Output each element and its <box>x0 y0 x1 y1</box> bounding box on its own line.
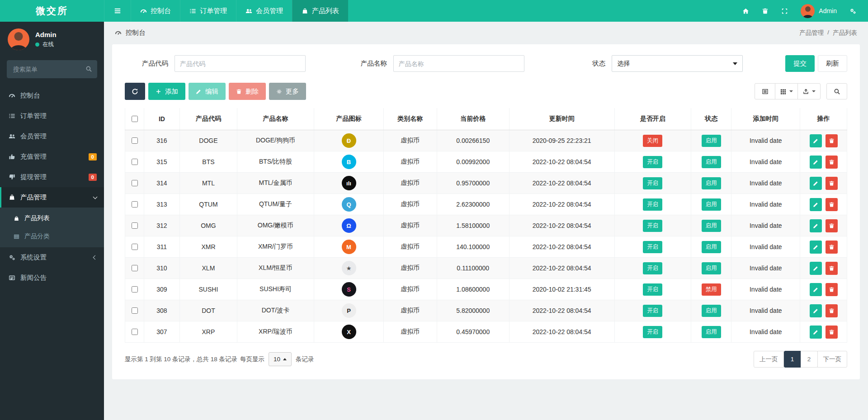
edit-row-button[interactable] <box>810 262 822 275</box>
delete-button[interactable]: 删除 <box>229 83 266 100</box>
edit-row-button[interactable] <box>810 304 822 317</box>
pencil-icon <box>813 159 819 165</box>
sidebar-item-dashboard[interactable]: 控制台 <box>0 85 104 106</box>
menu-search-input[interactable] <box>7 60 97 78</box>
nav-item-members[interactable]: 会员管理 <box>236 0 292 22</box>
row-checkbox[interactable] <box>132 159 138 165</box>
select-all-checkbox[interactable] <box>132 116 138 122</box>
delete-row-button[interactable] <box>826 219 838 232</box>
page-button-1[interactable]: 1 <box>784 351 801 368</box>
more-button[interactable]: 更多 <box>269 83 306 100</box>
sidebar-item-orders[interactable]: 订单管理 <box>0 106 104 126</box>
breadcrumb-parent[interactable]: 产品管理 <box>799 29 824 37</box>
edit-row-button[interactable] <box>810 177 822 190</box>
sidebar-item-members[interactable]: 会员管理 <box>0 126 104 146</box>
row-checkbox[interactable] <box>132 286 138 293</box>
status-badge[interactable]: 启用 <box>702 156 721 168</box>
status-badge[interactable]: 启用 <box>702 305 721 317</box>
open-badge[interactable]: 开启 <box>643 220 662 232</box>
open-badge[interactable]: 开启 <box>643 177 662 189</box>
table-search-button[interactable] <box>826 83 847 99</box>
sidebar-item-product-category[interactable]: 产品分类 <box>0 227 104 245</box>
row-checkbox[interactable] <box>132 180 138 186</box>
open-badge[interactable]: 开启 <box>643 198 662 211</box>
product-code-input[interactable] <box>175 55 306 72</box>
settings-button[interactable] <box>849 8 856 14</box>
edit-row-button[interactable] <box>810 219 822 232</box>
sidebar-item-withdrawals[interactable]: 提现管理 0 <box>0 167 104 187</box>
status-badge[interactable]: 启用 <box>702 135 721 147</box>
product-icon: Q <box>342 197 356 212</box>
fullscreen-button[interactable] <box>781 8 788 14</box>
row-checkbox[interactable] <box>132 265 138 271</box>
delete-row-button[interactable] <box>826 198 838 211</box>
row-checkbox[interactable] <box>132 222 138 229</box>
edit-row-button[interactable] <box>810 283 822 296</box>
sidebar-item-system-settings[interactable]: 系统设置 <box>0 247 104 268</box>
sidebar-item-product-management[interactable]: 产品管理 <box>0 187 104 208</box>
open-badge[interactable]: 开启 <box>643 305 662 317</box>
prev-page-button[interactable]: 上一页 <box>754 351 784 368</box>
reload-table-button[interactable] <box>125 83 145 100</box>
row-checkbox[interactable] <box>132 201 138 208</box>
delete-row-button[interactable] <box>826 304 838 317</box>
columns-button[interactable] <box>775 83 798 99</box>
product-name-input[interactable] <box>393 55 524 72</box>
status-badge[interactable]: 启用 <box>702 198 721 211</box>
open-badge[interactable]: 开启 <box>643 262 662 274</box>
status-badge[interactable]: 启用 <box>702 177 721 189</box>
row-checkbox[interactable] <box>132 137 138 144</box>
sidebar-item-product-list[interactable]: 产品列表 <box>0 209 104 227</box>
page-size-select[interactable]: 10 <box>269 352 292 366</box>
caret-down-icon <box>812 90 816 92</box>
row-checkbox[interactable] <box>132 244 138 250</box>
open-badge[interactable]: 关闭 <box>643 135 662 147</box>
trash-icon <box>236 89 242 94</box>
home-button[interactable] <box>742 8 749 14</box>
row-checkbox[interactable] <box>132 307 138 314</box>
open-badge[interactable]: 开启 <box>643 283 662 296</box>
status-badge[interactable]: 启用 <box>702 326 721 338</box>
nav-item-products[interactable]: 产品列表 <box>292 0 348 22</box>
cell-product-name: QTUM/量子 <box>237 194 314 215</box>
clear-cache-button[interactable] <box>762 8 769 14</box>
delete-row-button[interactable] <box>826 262 838 275</box>
status-badge[interactable]: 启用 <box>702 262 721 274</box>
refresh-button[interactable]: 刷新 <box>818 55 847 72</box>
status-badge[interactable]: 启用 <box>702 220 721 232</box>
delete-row-button[interactable] <box>826 134 838 147</box>
status-badge[interactable]: 启用 <box>702 241 721 253</box>
sidebar-item-deposits[interactable]: 充值管理 0 <box>0 146 104 167</box>
delete-row-button[interactable] <box>826 241 838 254</box>
delete-row-button[interactable] <box>826 326 838 339</box>
submit-button[interactable]: 提交 <box>785 55 815 72</box>
edit-row-button[interactable] <box>810 156 822 169</box>
open-badge[interactable]: 开启 <box>643 326 662 338</box>
sidebar-item-news[interactable]: 新闻公告 <box>0 268 104 288</box>
cell-product-code: DOT <box>180 300 237 321</box>
nav-item-dashboard[interactable]: 控制台 <box>131 0 180 22</box>
add-button[interactable]: 添加 <box>148 83 185 100</box>
open-badge[interactable]: 开启 <box>643 156 662 168</box>
next-page-button[interactable]: 下一页 <box>817 351 848 368</box>
delete-row-button[interactable] <box>826 283 838 296</box>
edit-row-button[interactable] <box>810 241 822 254</box>
edit-row-button[interactable] <box>810 198 822 211</box>
status-badge[interactable]: 禁用 <box>702 283 721 296</box>
user-menu[interactable]: Admin <box>801 4 837 18</box>
row-checkbox[interactable] <box>132 329 138 335</box>
brand-logo[interactable]: 微交所 <box>0 0 104 22</box>
delete-row-button[interactable] <box>826 177 838 190</box>
nav-item-orders[interactable]: 订单管理 <box>180 0 236 22</box>
sidebar-toggle-button[interactable] <box>104 0 131 22</box>
edit-row-button[interactable] <box>810 326 822 339</box>
export-button[interactable] <box>797 83 821 99</box>
toggle-detail-view-button[interactable] <box>755 83 775 99</box>
status-select[interactable]: 选择 <box>612 55 743 72</box>
page-button-2[interactable]: 2 <box>801 351 818 368</box>
edit-row-button[interactable] <box>810 134 822 147</box>
cell-product-name: XLM/恒星币 <box>237 258 314 279</box>
edit-button[interactable]: 编辑 <box>189 83 226 100</box>
open-badge[interactable]: 开启 <box>643 241 662 253</box>
delete-row-button[interactable] <box>826 156 838 169</box>
